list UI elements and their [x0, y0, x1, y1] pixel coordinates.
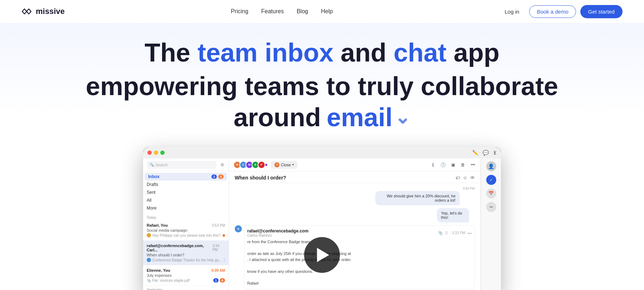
close-conversation-button[interactable]: R Close ▾ [271, 161, 297, 169]
mail-sender-2: rafael@conferencebadge.com, Carl... [147, 244, 213, 252]
email-sender-name: rafael@conferencebadge.com [247, 228, 308, 234]
rp-profile-icon[interactable]: 👤 [486, 161, 496, 171]
more-options-icon[interactable]: ••• [470, 162, 476, 168]
window-maximize-dot[interactable] [160, 151, 165, 155]
folder-more[interactable]: More [143, 204, 229, 212]
mail-list-header: 🔍 Search ⚙ [143, 158, 229, 171]
date-today-label: Today [143, 213, 229, 220]
mail-preview-2: Conference Badge Thanks for the help gu.… [147, 258, 225, 262]
app-window: ✏️ 💬 ⊻ 🔍 Search ⚙ I [143, 147, 501, 290]
eye-icon[interactable]: 👁 [470, 175, 475, 181]
search-bar[interactable]: 🔍 Search [147, 161, 216, 169]
folder-sent[interactable]: Sent [143, 188, 229, 196]
email-time-label: · 3:33 PM [450, 231, 465, 235]
rp-dots-icon[interactable]: ··· [486, 202, 496, 212]
hero-text-inbox: team inbox [197, 38, 333, 67]
compose-icon[interactable]: ✏️ [472, 150, 478, 156]
message-text-2: Yep, let's do this! [437, 208, 469, 222]
email-subject-text: When should I order? [235, 175, 286, 181]
hero-around-text: around [234, 102, 321, 133]
email-detail-panel: R C M E P R Close ▾ ⟪ 🕐 [229, 158, 481, 290]
hero-email-text: email [327, 102, 392, 133]
reply-all-icon[interactable]: ⟪ [430, 162, 436, 168]
unread-dot-1 [223, 234, 225, 237]
participants-avatars: R C M E P [233, 161, 268, 169]
folder-inbox[interactable]: Inbox 2 4 [145, 173, 227, 181]
video-play-button[interactable] [304, 237, 340, 273]
mail-list-panel: 🔍 Search ⚙ Inbox 2 4 Drafts [143, 158, 229, 290]
email-sender-sub: Carlos Ramirez [247, 234, 308, 237]
clock-icon[interactable]: 🕐 [440, 162, 446, 168]
folder-drafts[interactable]: Drafts [143, 181, 229, 188]
attach-icon: 📎 [438, 231, 443, 235]
email-subject-bar: When should I order? 🏷 ☆ 👁 [229, 171, 480, 183]
right-panel: 👤 ✓ 📅 ··· [481, 158, 501, 290]
email-sender-row: rafael@conferencebadge.com Carlos Ramire… [247, 228, 472, 237]
mail-sender-1: Rafael, You [147, 223, 168, 227]
nav-blog[interactable]: Blog [297, 8, 308, 14]
nav-pricing[interactable]: Pricing [231, 8, 248, 14]
badges-3: 1 6 [213, 278, 225, 282]
avatar-me: R [274, 162, 279, 167]
avatar-sm-2 [147, 258, 151, 262]
hero-title-line2: empowering teams to truly collaborate [14, 71, 630, 102]
nav-actions: Log in Book a demo Get started [499, 5, 623, 18]
more-participants-dot [264, 163, 268, 167]
folder-all[interactable]: All [143, 196, 229, 204]
comment-icon[interactable]: 💬 [483, 150, 489, 156]
attachment-icon-3: 📎 [147, 279, 151, 282]
subject-action-icons: 🏷 ☆ 👁 [455, 175, 475, 181]
rp-check-icon[interactable]: ✓ [486, 175, 496, 185]
close-chevron-icon: ▾ [292, 163, 294, 166]
email-message-1: R rafael@conferencebadge.com Carlos Rami… [235, 225, 475, 289]
hero-title-line1: The team inbox and chat app [14, 37, 630, 68]
hero-text-and: and [333, 38, 394, 67]
login-button[interactable]: Log in [499, 6, 525, 18]
search-placeholder: Search [155, 163, 168, 167]
filter-icon[interactable]: ⚙ [219, 162, 225, 168]
get-started-button[interactable]: Get started [580, 5, 623, 18]
hero-email-dropdown[interactable]: email ⌄ [327, 102, 410, 133]
folder-list: Inbox 2 4 Drafts Sent All [143, 171, 229, 213]
email-body-text: re from the Conference Badge team order … [247, 239, 472, 286]
close-label: Close [281, 163, 291, 167]
window-minimize-dot[interactable] [154, 151, 158, 155]
nav-features[interactable]: Features [261, 8, 284, 14]
avatar-sm-1 [147, 233, 151, 237]
share-icon: ⟨⟩ [445, 231, 448, 235]
mail-attachment-3: 📎 File: invoices-staple.pdf 1 6 [147, 278, 225, 282]
hero-title-line3: around email ⌄ [14, 102, 630, 133]
message-bubble-1: 3:50 PM We should give him a 20% discoun… [375, 187, 475, 205]
email-body-card: rafael@conferencebadge.com Carlos Ramire… [244, 225, 475, 289]
mail-item-2[interactable]: rafael@conferencebadge.com, Carl... 3:34… [143, 241, 229, 265]
date-yesterday-label: Yesterday [143, 286, 229, 290]
window-close-dot[interactable] [147, 151, 152, 155]
rp-calendar-icon[interactable]: 📅 [486, 188, 496, 198]
hero-section: The team inbox and chat app empowering t… [0, 23, 644, 133]
logo-icon [21, 8, 33, 15]
folder-more-label: More [147, 206, 156, 211]
mail-item-1[interactable]: Rafael, You 3:53 PM Social media campaig… [143, 220, 229, 241]
mail-subject-3: July expenses [147, 273, 225, 277]
book-demo-button[interactable]: Book a demo [529, 5, 576, 18]
folder-sent-label: Sent [147, 190, 156, 195]
window-titlebar: ✏️ 💬 ⊻ [143, 147, 501, 158]
logo[interactable]: missive [21, 7, 65, 16]
email-more-icon[interactable]: ••• [467, 231, 472, 235]
nav-help[interactable]: Help [321, 8, 333, 14]
mail-item-3[interactable]: Etienne, You 6:09 AM July expenses 📎 Fil… [143, 265, 229, 286]
nav-links: Pricing Features Blog Help [231, 8, 333, 15]
message-text-1: We should give him a 20% discount, he or… [375, 191, 460, 205]
navbar: missive Pricing Features Blog Help Log i… [0, 0, 644, 23]
delete-icon[interactable]: 🗑 [460, 162, 466, 168]
email-meta-icons: 📎 ⟨⟩ · 3:33 PM ••• [438, 228, 472, 237]
play-icon [317, 248, 329, 262]
hero-text-chat: chat [394, 38, 447, 67]
search-icon: 🔍 [150, 163, 154, 167]
logo-text: missive [36, 7, 65, 16]
star-icon[interactable]: ☆ [463, 175, 467, 181]
message-bubble-2: Yep, let's do this! [437, 208, 475, 222]
label-icon[interactable]: 🏷 [455, 175, 460, 181]
expand-icon[interactable]: ⊻ [493, 150, 497, 156]
archive-icon[interactable]: ▣ [450, 162, 456, 168]
